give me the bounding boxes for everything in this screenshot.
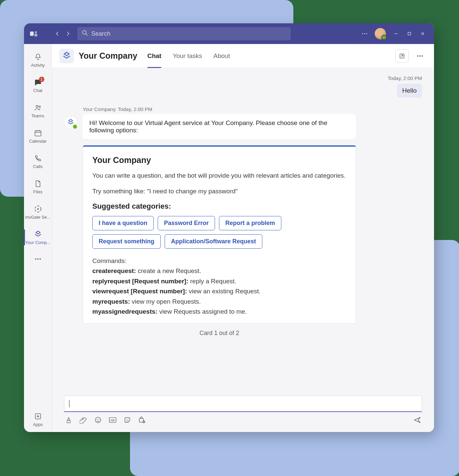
rail-label: Teams bbox=[31, 113, 44, 118]
svg-point-31 bbox=[99, 419, 99, 420]
popout-button[interactable] bbox=[395, 49, 409, 63]
message-timestamp: Today, 2:00 PM bbox=[64, 75, 422, 81]
nav-back-button[interactable] bbox=[52, 28, 63, 39]
format-button[interactable] bbox=[64, 415, 73, 425]
rail-item-invgate[interactable]: InvGate Se... bbox=[24, 199, 52, 225]
attach-button[interactable] bbox=[79, 415, 88, 425]
main-pane: Your Company Chat Your tasks About Today… bbox=[52, 44, 434, 432]
svg-line-4 bbox=[86, 34, 88, 36]
search-input[interactable] bbox=[91, 30, 286, 37]
svg-rect-9 bbox=[408, 32, 411, 35]
commands-label: Commands: bbox=[92, 256, 346, 266]
svg-point-29 bbox=[95, 417, 101, 423]
svg-point-1 bbox=[35, 31, 37, 33]
user-avatar[interactable] bbox=[375, 28, 386, 39]
rail-item-your-company[interactable]: Your Comp... bbox=[24, 225, 52, 250]
unread-badge: 1 bbox=[39, 77, 44, 82]
rail-more-button[interactable] bbox=[24, 250, 52, 268]
chat-icon: 1 bbox=[34, 78, 42, 87]
file-icon bbox=[34, 179, 42, 188]
tab-about[interactable]: About bbox=[210, 44, 233, 68]
rail-label: InvGate Se... bbox=[25, 215, 51, 220]
chip-request-something[interactable]: Request something bbox=[92, 234, 161, 249]
window-minimize-button[interactable] bbox=[389, 27, 403, 40]
more-actions-button[interactable] bbox=[137, 415, 147, 425]
card-try-text: Try something like: "I need to change my… bbox=[92, 187, 346, 196]
rail-label: Apps bbox=[33, 422, 43, 427]
svg-point-5 bbox=[362, 33, 363, 34]
nav-forward-button[interactable] bbox=[63, 28, 73, 39]
tab-chat[interactable]: Chat bbox=[144, 44, 165, 68]
svg-point-25 bbox=[417, 55, 418, 57]
command-row: viewrequest [Request number]: view an ex… bbox=[92, 286, 346, 296]
ellipsis-icon bbox=[34, 255, 42, 263]
emoji-button[interactable] bbox=[93, 415, 103, 425]
rail-label: Calls bbox=[33, 164, 43, 169]
svg-point-19 bbox=[37, 258, 39, 260]
card-suggested-heading: Suggested categories: bbox=[92, 202, 346, 211]
svg-rect-0 bbox=[30, 32, 34, 36]
rail-apps-button[interactable]: Apps bbox=[24, 407, 52, 432]
command-row: myassignedrequests: view Requests assign… bbox=[92, 307, 346, 317]
message-input[interactable] bbox=[64, 396, 422, 412]
teams-logo-icon bbox=[29, 29, 39, 39]
send-button[interactable] bbox=[413, 415, 422, 425]
card-pagination: Card 1 out of 2 bbox=[83, 330, 356, 337]
chat-scroll-area[interactable]: Today, 2:00 PM Hello Your Company. Today… bbox=[52, 68, 434, 390]
chip-app-software-request[interactable]: Application/Software Request bbox=[165, 234, 262, 249]
svg-point-7 bbox=[366, 33, 367, 34]
chip-question[interactable]: I have a question bbox=[92, 216, 154, 230]
people-icon bbox=[34, 103, 42, 112]
svg-point-17 bbox=[37, 208, 38, 209]
app-rail: Activity 1 Chat Teams Calendar bbox=[24, 44, 52, 432]
bot-message-meta: Your Company. Today, 2:00 PM bbox=[83, 106, 356, 112]
rail-item-calendar[interactable]: Calendar bbox=[24, 123, 52, 149]
svg-rect-2 bbox=[34, 34, 37, 37]
company-app-icon bbox=[34, 230, 42, 239]
window-close-button[interactable] bbox=[416, 27, 429, 40]
window-maximize-button[interactable] bbox=[403, 27, 416, 40]
svg-point-34 bbox=[126, 419, 127, 420]
header-more-button[interactable] bbox=[413, 49, 427, 63]
chip-password-error[interactable]: Password Error bbox=[158, 216, 215, 230]
rail-item-chat[interactable]: 1 Chat bbox=[24, 73, 52, 98]
rail-item-activity[interactable]: Activity bbox=[24, 47, 52, 73]
global-search[interactable] bbox=[77, 27, 291, 40]
user-message-bubble: Hello bbox=[397, 84, 422, 98]
svg-point-20 bbox=[39, 258, 41, 260]
rail-item-calls[interactable]: Calls bbox=[24, 149, 52, 174]
svg-point-30 bbox=[97, 419, 97, 420]
commands-block: Commands: createrequest: create a new Re… bbox=[92, 256, 346, 317]
svg-point-26 bbox=[419, 55, 421, 57]
titlebar-more-button[interactable] bbox=[358, 27, 371, 40]
svg-point-6 bbox=[364, 33, 365, 34]
chip-report-problem[interactable]: Report a problem bbox=[219, 216, 281, 230]
rail-label: Activity bbox=[31, 63, 45, 68]
bell-icon bbox=[34, 53, 42, 61]
titlebar bbox=[24, 23, 434, 44]
command-row: createrequest: create a new Request. bbox=[92, 266, 346, 276]
rail-label: Calendar bbox=[29, 139, 47, 144]
rail-label: Files bbox=[33, 189, 42, 194]
gif-button[interactable]: GIF bbox=[108, 415, 117, 425]
invgate-icon bbox=[34, 205, 42, 213]
tab-your-tasks[interactable]: Your tasks bbox=[169, 44, 205, 68]
sticker-button[interactable] bbox=[123, 415, 132, 425]
search-icon bbox=[82, 30, 88, 37]
command-row: replyrequest [Request number]: reply a R… bbox=[92, 276, 346, 286]
rail-item-files[interactable]: Files bbox=[24, 174, 52, 199]
adaptive-card: Your Company You can write a question, a… bbox=[83, 145, 356, 324]
teams-window: Activity 1 Chat Teams Calendar bbox=[24, 23, 434, 432]
page-title: Your Company bbox=[79, 51, 137, 61]
bot-avatar bbox=[64, 116, 77, 129]
rail-label: Chat bbox=[33, 88, 42, 93]
card-intro: You can write a question, and the bot wi… bbox=[92, 171, 346, 181]
compose-toolbar: GIF bbox=[64, 415, 422, 425]
svg-point-3 bbox=[83, 31, 86, 34]
card-title: Your Company bbox=[92, 155, 346, 165]
calendar-icon bbox=[34, 129, 42, 137]
rail-item-teams[interactable]: Teams bbox=[24, 98, 52, 123]
svg-text:GIF: GIF bbox=[110, 419, 115, 422]
svg-point-35 bbox=[128, 419, 129, 420]
suggested-chips: I have a question Password Error Report … bbox=[92, 216, 346, 249]
